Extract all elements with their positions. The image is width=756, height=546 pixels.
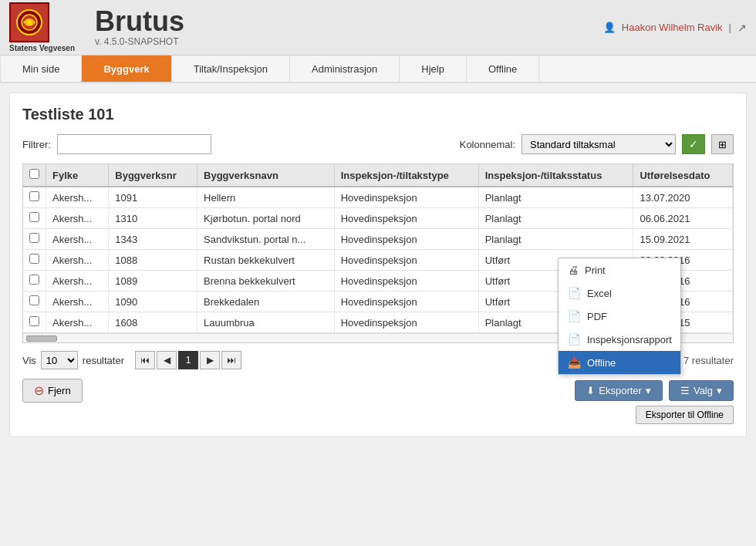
table-row: Akersh... 1343 Sandvikstun. portal n... … [23,229,733,250]
row-type: Hovedinspeksjon [334,250,478,271]
row-navn: Brekkedalen [197,292,335,312]
row-navn: Sandvikstun. portal n... [197,229,335,250]
vis-label: Vis [22,355,36,366]
filter-input[interactable] [57,134,211,154]
row-navn: Rustan bekkekulvert [197,250,335,271]
row-checkbox-cell [23,187,46,208]
row-checkbox[interactable] [29,275,39,285]
valg-button[interactable]: ☰ Valg ▾ [669,380,734,401]
app-version: v. 4.5.0-SNAPSHOT [95,36,178,47]
row-checkbox[interactable] [29,191,39,201]
row-checkbox-cell [23,312,46,333]
header-right: 👤 Haakon Wilhelm Ravik | ↗ [603,22,747,34]
row-navn: Brenna bekkekulvert [197,271,335,292]
table-row: Akersh... 1091 Hellern Hovedinspeksjon P… [23,187,733,208]
nav-tab-tiltak[interactable]: Tiltak/Inspeksjon [172,56,290,82]
nav-tab-offline[interactable]: Offline [467,56,539,82]
col-dato[interactable]: Utførelsesdato [633,164,733,187]
row-checkbox[interactable] [29,254,39,264]
first-page-button[interactable]: ⏮ [135,351,155,369]
prev-page-button[interactable]: ◀ [157,351,177,369]
dropdown-inspeksjonsrapport[interactable]: 📄 Inspeksjonsrapport [559,328,680,351]
eksporter-dropdown: 🖨 Print 📄 Excel 📄 PDF 📄 Inspeksjonsrappo… [558,258,681,375]
row-checkbox[interactable] [29,233,39,243]
valg-icon: ☰ [680,385,690,396]
col-byggverksnr[interactable]: Byggverksnr [109,164,197,187]
scroll-thumb[interactable] [26,335,57,342]
offline-icon: 📥 [568,356,581,369]
col-type[interactable]: Inspeksjon-/tiltakstype [334,164,478,187]
row-type: Hovedinspeksjon [334,312,478,333]
dropdown-inspeksjonsrapport-label: Inspeksjonsrapport [587,334,672,345]
dropdown-print[interactable]: 🖨 Print [559,258,680,281]
row-nr: 1343 [109,229,197,250]
col-fylke[interactable]: Fylke [46,164,109,187]
row-fylke: Akersh... [46,187,109,208]
nav-tab-min-side[interactable]: Min side [0,56,82,82]
select-all-checkbox[interactable] [29,169,39,179]
row-type: Hovedinspeksjon [334,292,478,312]
svg-point-2 [27,20,32,25]
eksporter-button[interactable]: ⬇ Eksporter ▾ [575,380,663,401]
main-content: Testliste 101 Filtrer: Kolonnemal: Stand… [9,93,747,437]
grid-view-button[interactable]: ⊞ [711,134,734,154]
row-checkbox-cell [23,292,46,312]
logo-box [9,2,49,42]
dropdown-offline[interactable]: 📥 Offline [559,351,680,374]
dropdown-excel-label: Excel [587,288,612,299]
per-page-select[interactable]: 10 25 50 100 [41,351,78,369]
row-checkbox-cell [23,271,46,292]
nav-tab-hjelp[interactable]: Hjelp [400,56,467,82]
row-checkbox[interactable] [29,295,39,305]
row-dato: 13.07.2020 [633,187,733,208]
dropdown-pdf[interactable]: 📄 PDF [559,305,680,328]
app-title-area: Brutus v. 4.5.0-SNAPSHOT [95,8,184,47]
row-fylke: Akersh... [46,292,109,312]
user-name-link[interactable]: Haakon Wilhelm Ravik [622,22,723,33]
excel-icon: 📄 [568,287,581,299]
row-status: Planlagt [478,208,633,229]
row-fylke: Akersh... [46,250,109,271]
user-icon: 👤 [603,22,616,33]
export-to-offline-button[interactable]: Eksporter til Offline [636,406,734,424]
eksporter-label: Eksporter [599,385,642,396]
row-checkbox[interactable] [29,212,39,222]
row-checkbox[interactable] [29,316,39,326]
col-status[interactable]: Inspeksjon-/tiltaksstatus [478,164,633,187]
valg-caret: ▾ [717,385,722,396]
row-navn: Lauumbrua [197,312,335,333]
dropdown-print-label: Print [585,265,606,276]
fjern-button[interactable]: ⊖ Fjern [22,379,83,403]
export-offline-row: Eksporter til Offline [22,406,734,424]
pdf-icon: 📄 [568,310,581,322]
print-icon: 🖨 [568,264,579,276]
fjern-label: Fjern [48,385,71,396]
main-nav: Min side Byggverk Tiltak/Inspeksjon Admi… [0,56,756,83]
row-nr: 1089 [109,271,197,292]
row-navn: Hellern [197,187,335,208]
row-checkbox-cell [23,250,46,271]
nav-tab-byggverk[interactable]: Byggverk [82,56,171,82]
col-checkbox [23,164,46,187]
separator: | [729,22,731,33]
row-fylke: Akersh... [46,312,109,333]
action-row: ⊖ Fjern ⬇ Eksporter ▾ ☰ Valg ▾ 🖨 Print 📄… [22,379,734,403]
col-byggverksnavn[interactable]: Byggverksnavn [197,164,335,187]
last-page-button[interactable]: ⏭ [221,351,241,369]
row-status: Planlagt [478,229,633,250]
valg-label: Valg [694,385,713,396]
row-nr: 1091 [109,187,197,208]
eksporter-caret: ▾ [646,385,651,396]
confirm-kolonnemal-button[interactable]: ✓ [682,134,705,154]
row-nr: 1090 [109,292,197,312]
nav-tab-admin[interactable]: Administrasjon [290,56,400,82]
page-1-button[interactable]: 1 [178,351,198,369]
row-fylke: Akersh... [46,271,109,292]
kolonnemal-select[interactable]: Standard tiltaksmal Alternativt mal [521,134,676,154]
app-title: Brutus [95,8,184,35]
dropdown-excel[interactable]: 📄 Excel [559,281,680,305]
expand-icon[interactable]: ↗ [737,22,747,34]
row-type: Hovedinspeksjon [334,271,478,292]
next-page-button[interactable]: ▶ [200,351,220,369]
org-name: Statens Vegvesen [9,44,75,52]
